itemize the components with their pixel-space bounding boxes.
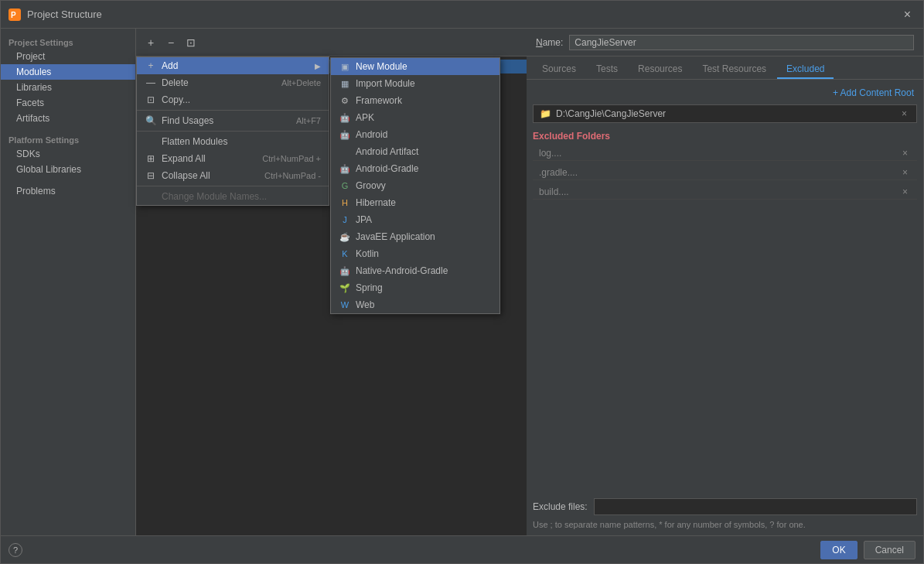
menu-item-collapse-all[interactable]: ⊟ Collapse All Ctrl+NumPad - — [137, 167, 329, 184]
excluded-item-log: log.... × — [533, 146, 917, 161]
context-menu[interactable]: + Add ▶ ▣ New Module ▦ Import Module — [136, 56, 329, 206]
app-icon: P — [9, 9, 21, 21]
add-content-root-button[interactable]: + Add Content Root — [830, 86, 917, 100]
android-icon: 🤖 — [339, 130, 351, 140]
submenu-item-javaee[interactable]: ☕ JavaEE Application — [331, 228, 500, 245]
excluded-close-log[interactable]: × — [899, 148, 911, 159]
menu-item-flatten[interactable]: Flatten Modules — [137, 133, 329, 150]
submenu-item-import-module[interactable]: ▦ Import Module — [331, 75, 500, 92]
submenu-item-new-module[interactable]: ▣ New Module — [331, 58, 500, 75]
ok-button[interactable]: OK — [820, 541, 857, 559]
help-button[interactable]: ? — [9, 543, 22, 557]
sidebar-item-libraries[interactable]: Libraries — [1, 80, 135, 95]
submenu-item-apk[interactable]: 🤖 APK — [331, 109, 500, 126]
exclude-files-input[interactable] — [594, 498, 917, 515]
add-button[interactable]: + — [142, 34, 159, 51]
submenu-item-spring[interactable]: 🌱 Spring — [331, 279, 500, 296]
name-input[interactable] — [569, 35, 914, 50]
menu-item-delete[interactable]: — Delete Alt+Delete — [137, 74, 329, 91]
submenu-item-hibernate[interactable]: H Hibernate — [331, 194, 500, 211]
project-structure-dialog: P Project Structure × Project Settings P… — [0, 0, 924, 564]
tab-excluded[interactable]: Excluded — [777, 60, 834, 79]
submenu-item-native-android[interactable]: 🤖 Native-Android-Gradle — [331, 262, 500, 279]
excluded-item-gradle: .gradle.... × — [533, 166, 917, 180]
submenu-label-groovy: Groovy — [356, 180, 492, 191]
excluded-close-gradle[interactable]: × — [899, 167, 911, 178]
jpa-icon: J — [339, 215, 351, 224]
menu-change-names-label: Change Module Names... — [162, 191, 321, 202]
submenu-item-android-artifact[interactable]: Android Artifact — [331, 143, 500, 160]
sidebar-item-modules[interactable]: Modules — [1, 64, 135, 80]
right-panel: Name: Sources Tests Resources Test Resou… — [527, 29, 923, 535]
menu-delete-label: Delete — [162, 77, 277, 88]
name-label: Name: — [536, 37, 563, 48]
native-android-icon: 🤖 — [339, 266, 351, 276]
project-settings-title: Project Settings — [1, 35, 135, 49]
submenu-item-kotlin[interactable]: K Kotlin — [331, 245, 500, 262]
menu-item-expand-all[interactable]: ⊞ Expand All Ctrl+NumPad + — [137, 150, 329, 167]
excluded-close-build[interactable]: × — [899, 186, 911, 197]
menu-collapse-label: Collapse All — [162, 170, 260, 181]
remove-button[interactable]: − — [162, 34, 179, 51]
delete-shortcut: Alt+Delete — [281, 78, 321, 87]
expand-icon: ⊞ — [145, 153, 157, 164]
bottom-bar: ? OK Cancel — [1, 535, 923, 563]
submenu-label-android: Android — [356, 129, 492, 140]
sidebar-item-artifacts[interactable]: Artifacts — [1, 111, 135, 126]
spring-icon: 🌱 — [339, 283, 351, 293]
menu-item-find-usages[interactable]: 🔍 Find Usages Alt+F7 — [137, 112, 329, 129]
content-root-close[interactable]: × — [898, 108, 910, 119]
submenu-label-import-module: Import Module — [356, 78, 492, 89]
submenu-label-web: Web — [356, 299, 492, 310]
submenu-label-jpa: JPA — [356, 214, 492, 225]
submenu-label-spring: Spring — [356, 282, 492, 293]
sidebar-item-problems[interactable]: Problems — [1, 183, 135, 199]
menu-item-add[interactable]: + Add ▶ ▣ New Module ▦ Import Module — [137, 57, 329, 74]
javaee-icon: ☕ — [339, 232, 351, 242]
cancel-button[interactable]: Cancel — [864, 541, 915, 559]
title-bar: P Project Structure × — [1, 1, 923, 29]
menu-divider-3 — [137, 186, 329, 186]
submenu-label-kotlin: Kotlin — [356, 248, 492, 259]
submenu-item-android-gradle[interactable]: 🤖 Android-Gradle — [331, 160, 500, 177]
submenu-item-jpa[interactable]: J JPA — [331, 211, 500, 228]
close-button[interactable]: × — [899, 6, 915, 23]
content-root-row: 📁 D:\CangJie\CangJieServer × — [533, 104, 917, 123]
sidebar-item-sdks[interactable]: SDKs — [1, 146, 135, 162]
menu-find-label: Find Usages — [162, 115, 292, 126]
find-shortcut: Alt+F7 — [296, 116, 321, 125]
tab-test-resources[interactable]: Test Resources — [693, 60, 776, 79]
expand-shortcut: Ctrl+NumPad + — [262, 154, 321, 163]
groovy-icon: G — [339, 181, 351, 190]
submenu-label-new-module: New Module — [356, 61, 492, 72]
copy-icon: ⊡ — [145, 94, 157, 105]
collapse-icon: ⊟ — [145, 170, 157, 181]
excluded-folders-title: Excluded Folders — [533, 131, 917, 142]
android-gradle-icon: 🤖 — [339, 164, 351, 174]
sidebar-item-global-libraries[interactable]: Global Libraries — [1, 162, 135, 177]
sidebar: Project Settings Project Modules Librari… — [1, 29, 136, 535]
menu-add-label: Add — [162, 60, 310, 71]
dialog-title: Project Structure — [27, 9, 899, 20]
content-root-path: D:\CangJie\CangJieServer — [556, 108, 898, 119]
sidebar-item-facets[interactable]: Facets — [1, 95, 135, 111]
sidebar-item-project[interactable]: Project — [1, 49, 135, 64]
submenu-label-apk: APK — [356, 112, 492, 123]
submenu-item-android[interactable]: 🤖 Android — [331, 126, 500, 143]
submenu-item-web[interactable]: W Web — [331, 296, 500, 313]
delete-icon: — — [145, 77, 157, 88]
menu-item-change-names: Change Module Names... — [137, 188, 329, 205]
hibernate-icon: H — [339, 198, 351, 207]
svg-text:P: P — [11, 11, 16, 19]
submenu-item-groovy[interactable]: G Groovy — [331, 177, 500, 194]
submenu-label-android-gradle: Android-Gradle — [356, 163, 492, 174]
excluded-path-build: build.... — [539, 186, 899, 197]
menu-item-copy[interactable]: ⊡ Copy... — [137, 91, 329, 108]
apk-icon: 🤖 — [339, 113, 351, 123]
submenu-item-framework[interactable]: ⚙ Framework — [331, 92, 500, 109]
tab-tests[interactable]: Tests — [587, 60, 627, 79]
tab-resources[interactable]: Resources — [629, 60, 691, 79]
submenu[interactable]: ▣ New Module ▦ Import Module ⚙ Framework — [330, 57, 500, 314]
copy-button[interactable]: ⊡ — [182, 34, 199, 51]
tab-sources[interactable]: Sources — [533, 60, 585, 79]
